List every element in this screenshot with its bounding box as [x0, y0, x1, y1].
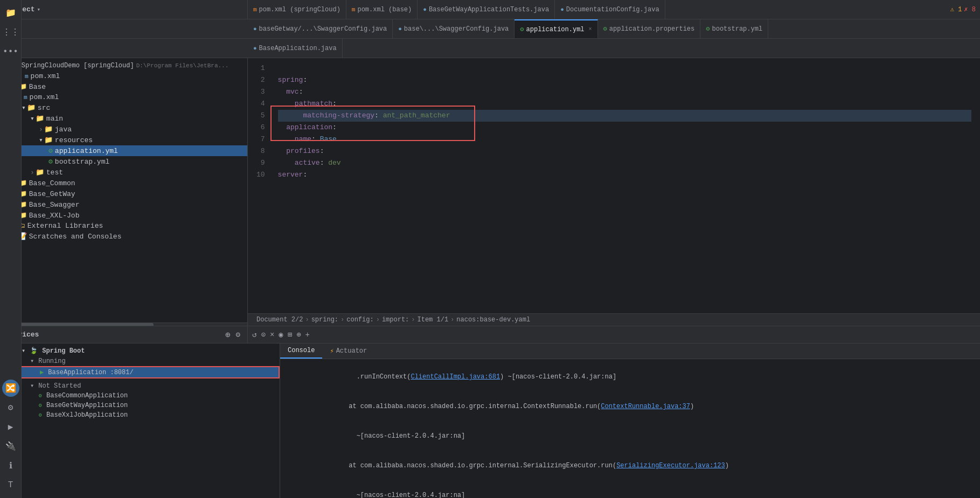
- tab-bootstrap-yml[interactable]: ⚙ bootstrap.yml: [700, 19, 768, 38]
- sidebar-icon-plugin[interactable]: 🔌: [2, 438, 19, 455]
- services-add-btn[interactable]: +: [305, 331, 310, 339]
- code-line-5: matching-strategy: ant_path_matcher: [278, 110, 971, 122]
- tab-documentation-config[interactable]: ● DocumentationConfig.java: [555, 0, 665, 19]
- code-line-2: spring:: [278, 74, 971, 86]
- services-item-basexxljob[interactable]: ⚙ BaseXxlJobApplication: [17, 410, 280, 420]
- services-group-springboot[interactable]: ▾ 🍃 Spring Boot: [17, 346, 280, 356]
- code-line-1: [278, 62, 971, 74]
- tree-external-libraries[interactable]: › 🗂 External Libraries: [0, 221, 247, 231]
- console-panel: Console ⚡ Actuator .runInContext(ClientC…: [280, 343, 980, 498]
- console-line-1: .runInContext(ClientCallImpl.java:681) ~…: [287, 362, 974, 391]
- breadcrumb: Document 2/2 › spring: › config: › impor…: [248, 313, 980, 326]
- tree-base-folder[interactable]: ▾ 📁 Base: [0, 81, 247, 92]
- console-tab-bar: Console ⚡ Actuator: [280, 343, 980, 359]
- code-editor: 1 2 3 4 5 6 7 8 9 10 spring:: [248, 58, 980, 326]
- code-line-8: profiles:: [278, 145, 971, 157]
- services-item-basecommon[interactable]: ⚙ BaseCommonApplication: [17, 391, 280, 401]
- console-link-1[interactable]: ClientCallImpl.java:681: [411, 373, 500, 381]
- services-layout-btn[interactable]: ⊕: [296, 330, 301, 339]
- code-line-4: pathmatch:: [278, 98, 971, 110]
- services-stop-btn[interactable]: ×: [270, 331, 274, 339]
- tab-application-yml[interactable]: ⚙ application.yml ×: [515, 19, 597, 38]
- sidebar-icon-bookmarks[interactable]: ⋮⋮: [2, 24, 19, 41]
- code-line-10: server:: [278, 169, 971, 181]
- tab-pom-springcloud[interactable]: m pom.xml (springCloud): [248, 0, 346, 19]
- tree-base-swagger[interactable]: › 📁 Base_Swagger: [0, 199, 247, 210]
- tab-pom-base[interactable]: m pom.xml (base): [346, 0, 418, 19]
- services-item-basegetway[interactable]: ⚙ BaseGetWayApplication: [17, 401, 280, 410]
- console-line-3: ~[nacos-client-2.0.4.jar:na]: [287, 422, 974, 451]
- tab-bar-row3: ● BaseApplication.java: [0, 39, 980, 58]
- tab-console[interactable]: Console: [280, 343, 322, 359]
- sidebar-icon-run[interactable]: ▶: [2, 418, 19, 436]
- code-content[interactable]: spring: mvc: pathmatch: matching-strateg…: [269, 58, 980, 313]
- console-link-3[interactable]: SerializingExecutor.java:123: [616, 462, 725, 469]
- tree-base-pom[interactable]: m pom.xml: [0, 92, 247, 102]
- console-line-2: at com.alibaba.nacos.shaded.io.grpc.inte…: [287, 392, 974, 421]
- tree-base-xxljob[interactable]: › 📁 Base_XXL-Job: [0, 210, 247, 221]
- tab-actuator[interactable]: ⚡ Actuator: [322, 343, 374, 359]
- services-restart-btn[interactable]: ⊙: [261, 330, 265, 339]
- tab-bar-row1: Project ▾ m pom.xml (springCloud) m pom.…: [0, 0, 980, 19]
- services-filter-btn[interactable]: ⊞: [288, 330, 292, 339]
- services-group-not-started[interactable]: ▾ Not Started: [17, 381, 280, 391]
- tab-base-swagger[interactable]: ● base\...\SwaggerConfig.java: [393, 19, 515, 38]
- tree-application-yml[interactable]: ⚙ application.yml: [0, 145, 247, 156]
- code-line-9: active: dev: [278, 157, 971, 169]
- sidebar-icon-git[interactable]: 🔀: [2, 380, 19, 397]
- code-line-6: application:: [278, 122, 971, 134]
- tab-basegetway-swagger[interactable]: ● baseGetway/...\SwaggerConfig.java: [248, 19, 393, 38]
- sidebar-icon-folder[interactable]: 📁: [2, 4, 19, 22]
- tab-base-application[interactable]: ● BaseApplication.java: [248, 39, 343, 58]
- console-line-4: at com.alibaba.nacos.shaded.io.grpc.inte…: [287, 451, 974, 480]
- warning-count: ⚠ 1: [950, 5, 962, 13]
- error-count: ✗ 8: [964, 5, 976, 13]
- services-tool-settings[interactable]: ⚙: [234, 329, 242, 340]
- tree-base-common[interactable]: › 📁 Base_Common: [0, 178, 247, 188]
- services-item-base-app[interactable]: ▶ BaseApplication :8081/: [17, 366, 280, 378]
- code-line-3: mvc:: [278, 86, 971, 98]
- tree-test[interactable]: › 📁 test: [0, 167, 247, 178]
- tab-close-icon[interactable]: ×: [589, 26, 592, 32]
- services-tree: ▾ 🍃 Spring Boot ▾ Running ▶ BaseApp: [17, 343, 280, 498]
- tree-root[interactable]: ▾ 📁 SpringCloudDemo [springCloud] D:\Pro…: [0, 60, 247, 71]
- services-view-btn[interactable]: ◉: [279, 330, 283, 339]
- project-chevron: ▾: [37, 6, 41, 13]
- tab-basegetway-tests[interactable]: ● BaseGetWayApplicationTests.java: [418, 0, 555, 19]
- services-tool-add[interactable]: ⊕: [224, 328, 232, 341]
- tab-application-properties[interactable]: ⚙ application.properties: [598, 19, 701, 38]
- console-link-2[interactable]: ContextRunnable.java:37: [601, 403, 690, 410]
- services-group-running[interactable]: ▾ Running: [17, 356, 280, 366]
- line-numbers: 1 2 3 4 5 6 7 8 9 10: [248, 58, 269, 313]
- code-line-7: name: Base: [278, 134, 971, 145]
- services-refresh-btn[interactable]: ↺: [252, 330, 256, 339]
- console-output[interactable]: .runInContext(ClientCallImpl.java:681) ~…: [280, 359, 980, 498]
- tree-main[interactable]: ▾ 📁 main: [0, 113, 247, 124]
- bottom-panel: Services ⊕ ⚙ ↺ ⊙ × ◉ ⊞ ⊕ +: [0, 326, 980, 498]
- tree-java[interactable]: › 📁 java: [0, 124, 247, 135]
- tree-scratches-consoles[interactable]: › 📝 Scratches and Consoles: [0, 231, 247, 242]
- sidebar-icon-terminal[interactable]: ⚙: [2, 399, 19, 416]
- tree-base-getway[interactable]: › 📁 Base_GetWay: [0, 188, 247, 199]
- console-line-5: ~[nacos-client-2.0.4.jar:na]: [287, 481, 974, 498]
- tab-bar-row2: ● baseGetway/...\SwaggerConfig.java ● ba…: [0, 19, 980, 39]
- project-tree: ▾ 📁 SpringCloudDemo [springCloud] D:\Pro…: [0, 58, 248, 326]
- sidebar-icon-info[interactable]: ℹ: [2, 457, 19, 474]
- tree-src[interactable]: ▾ 📁 src: [0, 102, 247, 113]
- tree-resources[interactable]: ▾ 📁 resources: [0, 135, 247, 145]
- tree-pom-root[interactable]: m pom.xml: [0, 71, 247, 81]
- tree-bootstrap-yml[interactable]: ⚙ bootstrap.yml: [0, 156, 247, 167]
- sidebar-icon-more[interactable]: •••: [2, 43, 19, 60]
- sidebar-icon-settings[interactable]: T: [2, 476, 19, 494]
